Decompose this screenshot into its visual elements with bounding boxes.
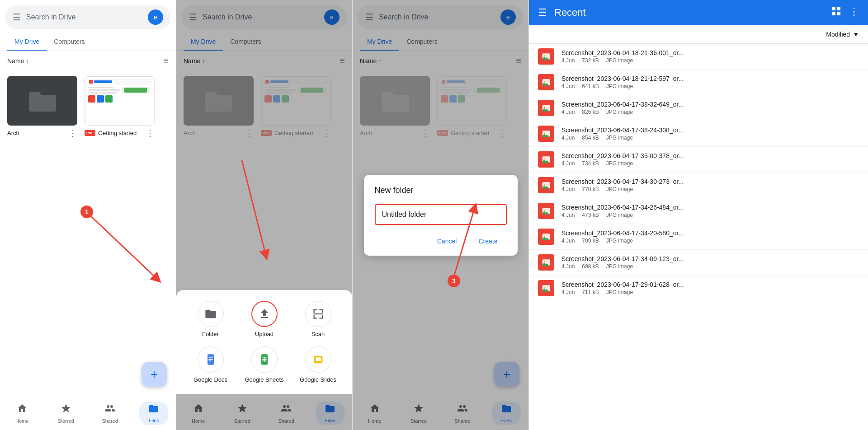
nav-shared-1[interactable]: Shared [88, 396, 132, 430]
file-label-info-doc-1: PDF Getting started [85, 130, 137, 136]
folder-thumb-1 [7, 76, 77, 126]
doc-icon-1 [85, 76, 155, 126]
recent-list-item[interactable]: Screenshot_2023-06-04-17-34-09-123_or...… [529, 250, 868, 276]
file-more-arch-1[interactable]: ⋮ [68, 128, 77, 137]
recent-info-9: Screenshot_2023-06-04-17-29-01-628_or...… [561, 281, 859, 295]
fab-gslides-icon-2 [305, 346, 331, 373]
fab-menu-gslides-2[interactable]: Google Slides [298, 346, 339, 383]
fab-menu-2: Folder Upload Scan [176, 290, 352, 394]
cancel-button-3[interactable]: Cancel [428, 234, 466, 248]
nav-starred-1[interactable]: Starred [44, 396, 88, 430]
fab-menu-folder-2[interactable]: Folder [190, 301, 231, 337]
fab-scan-icon-2 [305, 301, 331, 327]
fab-1[interactable]: + [142, 362, 167, 387]
more-icon-panel4[interactable]: ⋮ [849, 6, 859, 19]
fab-menu-gdocs-2[interactable]: Google Docs [190, 346, 231, 383]
recent-list-item[interactable]: Screenshot_2023-06-04-17-29-01-628_or...… [529, 276, 868, 301]
recent-thumb-9 [538, 280, 554, 296]
folder-name-input-3[interactable] [375, 204, 507, 225]
svg-point-44 [544, 261, 545, 262]
recent-type-8: JPG image [606, 263, 633, 270]
tabs-1: My Drive Computers [0, 33, 176, 51]
recent-date-0: 4 Jun [561, 57, 575, 64]
search-input-1[interactable]: Search in Drive [26, 13, 148, 21]
doc-logo-row [87, 95, 152, 103]
image-icon-8 [542, 258, 551, 267]
recent-thumb-2 [538, 100, 554, 116]
recent-size-1: 641 kB [582, 83, 599, 89]
file-more-doc-1[interactable]: ⋮ [146, 128, 155, 137]
fab-menu-upload-2[interactable]: Upload [244, 301, 285, 337]
recent-sort-label[interactable]: Modified ▼ [826, 31, 859, 38]
recent-name-7: Screenshot_2023-06-04-17-34-20-580_or... [561, 229, 733, 237]
recent-meta-8: 4 Jun 698 kB JPG image [561, 263, 859, 270]
panel4-hamburger-icon[interactable]: ☰ [538, 7, 547, 19]
recent-meta-7: 4 Jun 709 kB JPG image [561, 238, 859, 244]
svg-rect-21 [316, 357, 321, 361]
avatar-1[interactable]: e [148, 9, 163, 25]
recent-list-item[interactable]: Screenshot_2023-06-04-18-21-36-001_or...… [529, 44, 868, 70]
nav-home-1[interactable]: Home [0, 396, 44, 430]
recent-list-item[interactable]: Screenshot_2023-06-04-17-34-20-580_or...… [529, 224, 868, 250]
recent-list-item[interactable]: Screenshot_2023-06-04-17-38-24-308_or...… [529, 121, 868, 147]
create-button-3[interactable]: Create [469, 234, 506, 248]
recent-type-1: JPG image [606, 83, 633, 89]
recent-list-item[interactable]: Screenshot_2023-06-04-17-38-32-649_or...… [529, 95, 868, 121]
nav-files-1[interactable]: Files [132, 396, 176, 430]
tab-computers-1[interactable]: Computers [47, 33, 92, 51]
doc-line-3 [88, 92, 117, 93]
file-item-arch-1[interactable]: Arch ⋮ [7, 76, 77, 137]
panel-3: ☰ Search in Drive e My Drive Computers N… [353, 0, 529, 430]
recent-date-2: 4 Jun [561, 109, 575, 115]
svg-point-28 [544, 55, 545, 56]
doc-mini-preview-1 [85, 76, 154, 125]
svg-point-42 [544, 235, 545, 237]
sort-label-1[interactable]: Name ↑ [7, 57, 29, 65]
pdf-icon-dot [89, 80, 93, 84]
svg-rect-10 [313, 313, 323, 314]
files-icon-1 [148, 403, 159, 417]
fab-folder-icon-2 [198, 301, 224, 327]
file-item-doc-1[interactable]: PDF Getting started ⋮ [85, 76, 155, 137]
google-blue-logo [97, 95, 104, 103]
recent-list-item[interactable]: Screenshot_2023-06-04-17-34-30-273_or...… [529, 173, 868, 198]
svg-point-32 [544, 107, 545, 108]
recent-size-2: 826 kB [582, 109, 599, 115]
doc-mini-header-1 [87, 79, 152, 85]
recent-info-0: Screenshot_2023-06-04-18-21-36-001_or...… [561, 49, 859, 64]
search-bar-1[interactable]: ☰ Search in Drive e [5, 5, 170, 29]
recent-list-item[interactable]: Screenshot_2023-06-04-18-21-12-597_or...… [529, 70, 868, 95]
svg-rect-8 [313, 315, 314, 318]
recent-thumb-8 [538, 254, 554, 271]
svg-rect-6 [313, 309, 314, 313]
recent-list-item[interactable]: Screenshot_2023-06-04-17-35-00-378_or...… [529, 147, 868, 173]
nav-label-shared-1: Shared [102, 418, 118, 424]
svg-point-36 [544, 158, 545, 159]
fab-upload-label-2: Upload [255, 331, 274, 337]
recent-size-6: 473 kB [582, 212, 599, 218]
grid-icon-panel4[interactable] [831, 6, 842, 19]
fab-scan-label-2: Scan [311, 331, 325, 337]
svg-point-34 [544, 132, 545, 134]
fab-menu-scan-2[interactable]: Scan [298, 301, 339, 337]
recent-info-5: Screenshot_2023-06-04-17-34-30-273_or...… [561, 178, 859, 192]
recent-name-6: Screenshot_2023-06-04-17-34-26-484_or... [561, 204, 733, 211]
fab-folder-label-2: Folder [202, 331, 219, 337]
recent-date-6: 4 Jun [561, 212, 575, 218]
image-icon-7 [542, 232, 551, 241]
hamburger-icon-1[interactable]: ☰ [13, 12, 21, 23]
doc-line-2 [88, 89, 120, 91]
recent-meta-6: 4 Jun 473 kB JPG image [561, 212, 859, 218]
list-view-icon-1[interactable]: ≡ [163, 56, 169, 66]
recent-thumb-0 [538, 48, 554, 65]
panel-2: ☰ Search in Drive e My Drive Computers N… [176, 0, 353, 430]
recent-list-item[interactable]: Screenshot_2023-06-04-17-34-26-484_or...… [529, 198, 868, 224]
fab-menu-gsheets-2[interactable]: Google Sheets [244, 346, 285, 383]
file-name-doc-1: Getting started [98, 130, 137, 136]
image-icon-5 [542, 181, 551, 190]
tab-mydrive-1[interactable]: My Drive [7, 33, 47, 51]
recent-type-3: JPG image [606, 135, 633, 141]
image-icon-0 [542, 52, 551, 61]
recent-info-1: Screenshot_2023-06-04-18-21-12-597_or...… [561, 75, 859, 89]
doc-thumb-1 [85, 76, 155, 126]
